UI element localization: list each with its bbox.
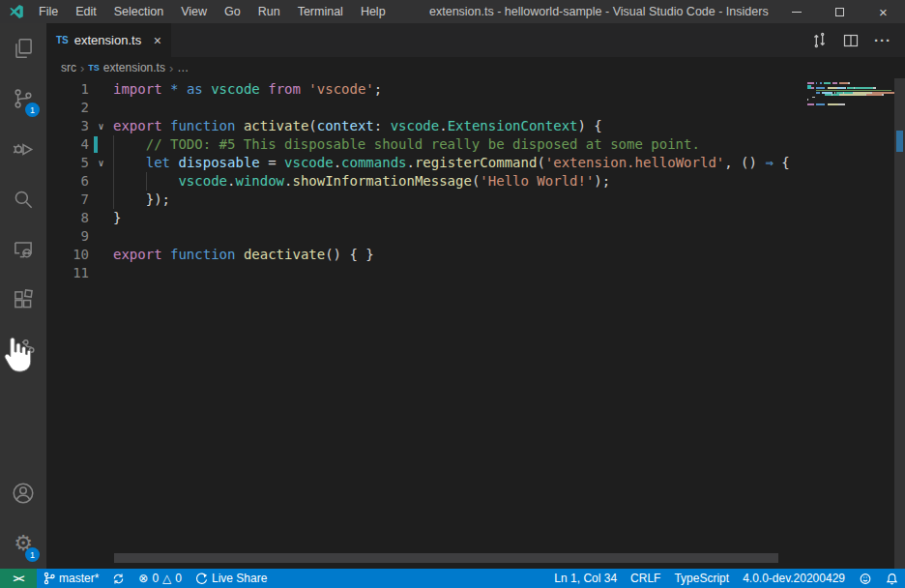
minimap[interactable] bbox=[807, 78, 894, 569]
fold-chevron-icon[interactable]: ∨ bbox=[89, 117, 113, 135]
settings-button[interactable]: ⚙ 1 bbox=[0, 518, 46, 569]
code-text: vscode.window.showInformationMessage('He… bbox=[113, 172, 610, 191]
more-actions-icon[interactable]: ··· bbox=[874, 32, 891, 48]
close-button[interactable]: × bbox=[861, 0, 905, 23]
menu-go[interactable]: Go bbox=[216, 0, 249, 23]
account-icon bbox=[11, 481, 36, 506]
line-number: 3 bbox=[46, 117, 89, 135]
source-control-badge: 1 bbox=[25, 103, 40, 117]
code-text: export function activate(context: vscode… bbox=[113, 117, 602, 135]
code-text: }); bbox=[113, 191, 170, 209]
vscode-insiders-logo-icon bbox=[9, 4, 24, 19]
overview-ruler[interactable] bbox=[894, 78, 905, 569]
indent-guide bbox=[113, 135, 114, 154]
overview-ruler-marker bbox=[896, 131, 903, 152]
feedback-button[interactable] bbox=[852, 569, 879, 588]
fold-gutter bbox=[89, 135, 113, 154]
problems-status[interactable]: ⊗ 0 △ 0 bbox=[131, 569, 189, 588]
open-changes-icon[interactable] bbox=[811, 32, 828, 48]
vscode-window: File Edit Selection View Go Run Terminal… bbox=[0, 0, 905, 588]
sidebar-item-extensions[interactable] bbox=[0, 275, 46, 325]
tab-extension-ts[interactable]: TS extension.ts × bbox=[46, 23, 172, 57]
line-number: 4 bbox=[46, 135, 89, 154]
remote-indicator[interactable]: >< bbox=[0, 569, 37, 588]
sync-button[interactable] bbox=[105, 569, 131, 588]
fold-gutter bbox=[89, 191, 113, 209]
code-line[interactable]: 10export function deactivate() { } bbox=[46, 246, 807, 264]
code-text: } bbox=[113, 209, 121, 227]
activity-bar: 1 bbox=[0, 23, 46, 569]
bell-icon bbox=[886, 573, 898, 585]
fold-gutter bbox=[89, 209, 113, 227]
minimize-button[interactable] bbox=[774, 0, 818, 23]
close-icon: × bbox=[879, 5, 888, 19]
menu-help[interactable]: Help bbox=[352, 0, 394, 23]
code-text: import * as vscode from 'vscode'; bbox=[113, 80, 382, 99]
code-line[interactable]: 6 vscode.window.showInformationMessage('… bbox=[46, 172, 807, 191]
sidebar-item-source-control[interactable]: 1 bbox=[0, 74, 46, 124]
indent-guide bbox=[113, 154, 114, 172]
eol-status[interactable]: CRLF bbox=[624, 569, 667, 588]
version-status[interactable]: 4.0.0-dev.20200429 bbox=[736, 569, 852, 588]
code-line[interactable]: 11 bbox=[46, 264, 807, 282]
breadcrumb-symbol[interactable]: … bbox=[177, 61, 189, 74]
tab-close-icon[interactable]: × bbox=[154, 34, 161, 47]
fold-gutter bbox=[89, 227, 113, 246]
remote-explorer-icon bbox=[11, 237, 36, 262]
menu-selection[interactable]: Selection bbox=[105, 0, 172, 23]
split-editor-icon[interactable] bbox=[843, 33, 859, 48]
chevron-right-icon: › bbox=[80, 61, 84, 75]
notifications-button[interactable] bbox=[879, 569, 905, 588]
menu-edit[interactable]: Edit bbox=[67, 0, 105, 23]
remote-icon: >< bbox=[14, 573, 24, 584]
sync-icon bbox=[112, 573, 125, 585]
maximize-button[interactable] bbox=[818, 0, 861, 23]
fold-gutter bbox=[89, 172, 113, 191]
code-line[interactable]: 8} bbox=[46, 209, 807, 227]
line-number: 2 bbox=[46, 99, 89, 117]
git-branch-status[interactable]: master* bbox=[37, 569, 105, 588]
code-line[interactable]: 4 // TODO: #5 This disposable should rea… bbox=[46, 135, 807, 154]
sidebar-item-explorer[interactable] bbox=[0, 23, 46, 74]
accounts-button[interactable] bbox=[0, 468, 46, 518]
code-lines[interactable]: 1import * as vscode from 'vscode';23∨exp… bbox=[46, 80, 807, 282]
minimap-line bbox=[807, 94, 894, 96]
minimap-line bbox=[807, 105, 894, 107]
sidebar-item-remote-explorer[interactable] bbox=[0, 224, 46, 275]
breadcrumb-file[interactable]: TS extension.ts bbox=[88, 61, 165, 74]
branch-icon bbox=[44, 572, 55, 585]
search-icon bbox=[11, 187, 36, 212]
code-line[interactable]: 2 bbox=[46, 99, 807, 117]
typescript-file-icon: TS bbox=[88, 63, 100, 73]
live-share-button[interactable]: Live Share bbox=[189, 569, 274, 588]
cursor-position-status[interactable]: Ln 1, Col 34 bbox=[547, 569, 624, 588]
code-line[interactable]: 5∨ let disposable = vscode.commands.regi… bbox=[46, 154, 807, 172]
code-text: export function deactivate() { } bbox=[113, 246, 374, 264]
code-line[interactable]: 1import * as vscode from 'vscode'; bbox=[46, 80, 807, 99]
breadcrumb: src › TS extension.ts › … bbox=[46, 57, 905, 78]
menu-view[interactable]: View bbox=[172, 0, 216, 23]
code-line[interactable]: 3∨export function activate(context: vsco… bbox=[46, 117, 807, 135]
line-number: 10 bbox=[46, 246, 89, 264]
sidebar-item-search[interactable] bbox=[0, 174, 46, 224]
fold-chevron-icon[interactable]: ∨ bbox=[89, 154, 113, 172]
language-mode-status[interactable]: TypeScript bbox=[667, 569, 736, 588]
sidebar-item-run-debug[interactable] bbox=[0, 124, 46, 174]
line-number: 7 bbox=[46, 191, 89, 209]
breadcrumb-src[interactable]: src bbox=[61, 61, 76, 74]
code-line[interactable]: 7 }); bbox=[46, 191, 807, 209]
tab-bar: TS extension.ts × ··· bbox=[46, 23, 905, 57]
editor[interactable]: 1import * as vscode from 'vscode';23∨exp… bbox=[46, 78, 905, 569]
live-share-icon bbox=[195, 573, 208, 585]
menu-terminal[interactable]: Terminal bbox=[289, 0, 352, 23]
code-text: // TODO: #5 This disposable should reall… bbox=[113, 135, 700, 154]
code-line[interactable]: 9 bbox=[46, 227, 807, 246]
indent-guide bbox=[113, 172, 114, 191]
menu-file[interactable]: File bbox=[30, 0, 67, 23]
line-number: 6 bbox=[46, 172, 89, 191]
typescript-file-icon: TS bbox=[56, 35, 69, 45]
menu-run[interactable]: Run bbox=[249, 0, 289, 23]
horizontal-scrollbar[interactable] bbox=[114, 553, 778, 563]
minimize-icon bbox=[792, 12, 802, 13]
fold-gutter bbox=[89, 264, 113, 282]
